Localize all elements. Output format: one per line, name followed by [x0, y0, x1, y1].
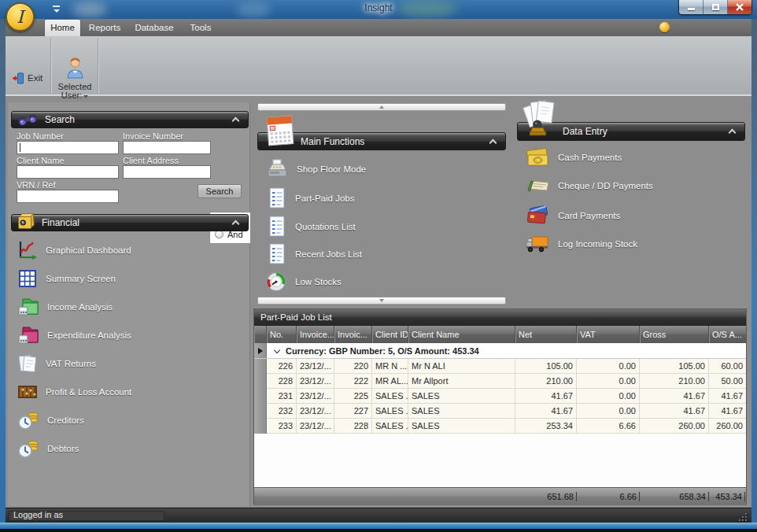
minimize-button[interactable] — [679, 0, 703, 14]
exit-button[interactable]: Exit — [9, 69, 48, 87]
financial-item-graphical-dashboard[interactable]: Graphical Dashboard — [17, 240, 131, 260]
item-label: Summary Screen — [46, 274, 116, 283]
job-number-input[interactable] — [17, 141, 119, 154]
status-sphere-icon — [659, 22, 670, 32]
app-menu-button[interactable]: I — [6, 2, 35, 31]
vrn-ref-input[interactable] — [17, 190, 119, 203]
clock-coins-icon — [17, 410, 39, 430]
item-label: Shop Floor Mode — [297, 164, 366, 174]
table-row[interactable]: 233 23/12/... 228 SALES ... SALES 253.34… — [254, 419, 746, 434]
column-header-gross[interactable]: Gross — [640, 326, 709, 343]
window-body: Home Reports Database Tools Exit — [6, 19, 751, 523]
resize-grip[interactable] — [739, 513, 747, 521]
client-address-label: Client Address — [123, 156, 179, 165]
job-number-label: Job Number — [17, 131, 64, 141]
credit-cards-icon — [525, 205, 550, 225]
client-name-input[interactable] — [17, 165, 119, 179]
cell-os: 50.00 — [709, 374, 746, 389]
main-item-quotations-list[interactable]: Quotations List — [267, 215, 356, 238]
row-indicator — [254, 419, 267, 434]
financial-section-title: Financial — [42, 217, 233, 228]
financial-item-summary-screen[interactable]: Summary Screen — [17, 268, 116, 289]
item-label: Creditors — [47, 416, 84, 425]
search-section-title: Search — [45, 114, 233, 125]
cell-invoice-date: 23/12/... — [297, 374, 334, 389]
entry-item-cheque-dd-payments[interactable]: Cheque / DD Payments — [525, 176, 653, 195]
column-header-client-name[interactable]: Client Name — [408, 326, 515, 343]
income-folder-icon — [17, 297, 39, 317]
item-label: VAT Returns — [46, 359, 96, 368]
exit-door-icon — [11, 72, 24, 85]
table-title: Part-Paid Job List — [254, 309, 746, 326]
financial-section-header[interactable]: Financial — [11, 214, 249, 231]
invoice-number-input[interactable] — [123, 141, 211, 154]
titlebar[interactable]: Insight — [0, 0, 757, 19]
quick-access-dropdown[interactable] — [50, 5, 63, 14]
client-address-input[interactable] — [123, 165, 211, 179]
financial-item-profit-loss[interactable]: Profit & Loss Account — [17, 382, 131, 402]
table-row[interactable]: 231 23/12/... 225 SALES ... SALES 41.67 … — [254, 389, 746, 404]
column-header-client-id[interactable]: Client ID — [372, 326, 408, 343]
column-header-os-amount[interactable]: O/S A... — [709, 326, 746, 343]
left-panel: Search Job Number Invoice Number Or And … — [8, 102, 250, 506]
row-indicator — [254, 404, 267, 419]
cell-client-name: SALES — [408, 419, 515, 434]
main-item-low-stocks[interactable]: Low Stocks — [265, 271, 342, 293]
item-label: Part-Paid Jobs — [295, 194, 354, 203]
cell-vat: 6.66 — [577, 419, 640, 434]
tab-database[interactable]: Database — [130, 20, 179, 36]
app-logo: I — [17, 7, 24, 27]
cell-gross: 260.00 — [640, 419, 709, 434]
column-header-no[interactable]: No. — [267, 326, 297, 343]
main-item-part-paid-jobs[interactable]: Part-Paid Jobs — [267, 187, 354, 209]
entry-item-card-payments[interactable]: Card Payments — [525, 205, 620, 225]
item-label: Expenditure Analysis — [47, 331, 131, 340]
window-border-right — [751, 19, 757, 523]
close-button[interactable] — [728, 0, 751, 14]
table-row[interactable]: 226 23/12/... 220 MR N ... Mr N ALI 105.… — [254, 359, 746, 374]
dropdown-arrow-icon — [83, 95, 88, 98]
group-expand-chevron-icon[interactable] — [274, 346, 280, 353]
pages-icon — [17, 353, 38, 374]
cell-gross: 41.67 — [640, 404, 709, 419]
item-label: Income Analysis — [47, 302, 113, 312]
tab-home[interactable]: Home — [45, 20, 80, 36]
desktop-edge-strip — [0, 529, 757, 532]
cell-no: 233 — [267, 419, 297, 434]
entry-item-log-incoming-stock[interactable]: Log Incoming Stock — [525, 235, 637, 253]
financial-item-creditors[interactable]: Creditors — [17, 410, 84, 430]
tab-tools[interactable]: Tools — [183, 20, 218, 36]
selected-user-button[interactable]: Selected User: — [54, 55, 95, 102]
financial-item-vat-returns[interactable]: VAT Returns — [17, 353, 96, 374]
financial-item-debtors[interactable]: Debtors — [17, 438, 79, 459]
search-button[interactable]: Search — [198, 184, 242, 198]
column-header-vat[interactable]: VAT — [577, 326, 640, 343]
table-row[interactable]: 228 23/12/... 222 MR AL... Mr Allport 21… — [254, 374, 746, 389]
financial-item-expenditure-analysis[interactable]: Expenditure Analysis — [17, 325, 131, 345]
cell-no: 226 — [267, 359, 297, 374]
scroll-down-strip[interactable] — [257, 297, 506, 305]
document-icon — [267, 242, 287, 265]
tab-reports[interactable]: Reports — [84, 20, 125, 36]
ribbon-separator — [50, 38, 51, 93]
table-row[interactable]: 232 23/12/... 227 SALES ... SALES 41.67 … — [254, 404, 746, 419]
main-item-recent-jobs-list[interactable]: Recent Jobs List — [267, 242, 362, 265]
financial-item-income-analysis[interactable]: Income Analysis — [17, 297, 113, 317]
search-section-header[interactable]: Search — [11, 111, 249, 128]
window-border-bottom — [0, 523, 757, 529]
document-icon — [267, 215, 287, 238]
column-header-net[interactable]: Net — [515, 326, 577, 343]
entry-item-cash-payments[interactable]: Cash Payments — [525, 147, 622, 168]
scroll-up-strip[interactable] — [257, 103, 506, 111]
selected-user-label-2: User: — [54, 91, 95, 100]
table-empty-area — [254, 434, 746, 487]
close-icon — [736, 3, 744, 11]
cell-no: 228 — [267, 374, 297, 389]
maximize-button[interactable] — [703, 0, 728, 14]
totals-row: 651.68 6.66 658.34 453.34 — [254, 487, 746, 505]
column-header-invoice-date[interactable]: Invoice... — [297, 326, 334, 343]
main-item-shop-floor-mode[interactable]: Shop Floor Mode — [265, 158, 366, 179]
minimize-icon — [688, 8, 695, 10]
group-row[interactable]: Currency: GBP Number: 5, O/S Amount: 453… — [254, 343, 746, 359]
column-header-invoice-no[interactable]: Invoic... — [334, 326, 372, 343]
